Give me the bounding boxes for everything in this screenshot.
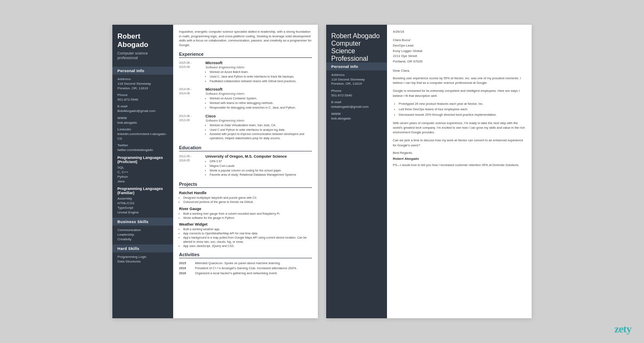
skill-communication: Communication bbox=[117, 228, 168, 232]
skill-leadership: Leadership bbox=[117, 233, 168, 236]
project-1-bullet-2: Outsourced portions of the game to frien… bbox=[183, 200, 312, 204]
job-2-role: Software Engineering Intern bbox=[205, 92, 312, 96]
skill-unreal: Unreal Engine bbox=[117, 210, 168, 214]
cover-www-value: bob.abogado bbox=[331, 117, 382, 121]
hard-skills-heading: Hard Skills bbox=[112, 244, 173, 252]
edu-1-content: University of Oregon, M.S. Computer Scie… bbox=[205, 154, 312, 177]
skill-typescript: TypeScript bbox=[117, 206, 168, 210]
address-value: 118 Second StonewayPoneton, OR, 11619 bbox=[117, 82, 168, 91]
activity-3-text: Organized a local hacker's gathering and… bbox=[195, 271, 278, 275]
job-3-bullet-1: Worked on Data Virtualization team, San … bbox=[210, 123, 312, 127]
phone-label: Phone bbox=[117, 93, 168, 97]
cover-address-value: 118 Second StonewayPoneton, OR, 11619 bbox=[331, 78, 382, 86]
job-2-content: Microsoft Software Engineering Intern Wo… bbox=[205, 87, 312, 110]
edu-1-school: University of Oregon, M.S. Computer Scie… bbox=[205, 154, 312, 159]
project-2-bullet-1: Built a working river gauge from a culve… bbox=[183, 212, 312, 216]
project-3-bullets: Built a working weather app. App connect… bbox=[179, 227, 312, 248]
cover-main: 4/29/18 Clara Bucur DevOps Lead Kosy Log… bbox=[387, 25, 532, 318]
job-2-company: Microsoft bbox=[205, 87, 312, 91]
job-3-company: Cisco bbox=[205, 114, 312, 118]
project-3-bullet-3: App's background is a map pulled from Go… bbox=[183, 236, 312, 244]
project-2-name: River Gauge bbox=[179, 207, 312, 211]
twitter-value: twitter.com/bobabogado bbox=[117, 148, 168, 152]
edu-1-bullet-2: Magna Cum Laude bbox=[210, 164, 312, 168]
cover-personal-info-heading: Personal Info bbox=[326, 62, 387, 70]
job-1-bullet-3: Facilitated collaboration between teams … bbox=[210, 79, 312, 83]
cover-bullets: Prototyped 26 new product features each … bbox=[393, 101, 526, 117]
skill-java: Java bbox=[117, 179, 168, 183]
resume-sidebar: Robert Abogado Computer science professi… bbox=[112, 25, 173, 318]
cover-para-3: With seven years of computer science exp… bbox=[393, 121, 526, 135]
job-2-dates: 2014-06 -2014-09 bbox=[179, 87, 202, 110]
edu-1-dates: 2012-09 -2016-05 bbox=[179, 154, 202, 177]
edu-1-bullet-3: Wrote a popular column on coding for the… bbox=[210, 169, 312, 173]
project-1-name: Ratchet Handle bbox=[179, 191, 312, 195]
job-3-bullet-2: Used C and Python to write interfaces to… bbox=[210, 128, 312, 132]
job-3-bullets: Worked on Data Virtualization team, San … bbox=[205, 123, 312, 140]
job-entry-1: 2015-06 -2015-09 Microsoft Software Engi… bbox=[179, 61, 312, 83]
edu-entry-1: 2012-09 -2016-05 University of Oregon, M… bbox=[179, 154, 312, 177]
email-value: BobAbogado@gmail.com bbox=[117, 109, 168, 113]
cover-para-4: Can we pick a time to discuss how my wor… bbox=[393, 138, 526, 148]
page-wrapper: Robert Abogado Computer science professi… bbox=[0, 12, 644, 331]
job-1-company: Microsoft bbox=[205, 61, 312, 65]
cover-salutation: Dear Clara, bbox=[393, 69, 526, 73]
project-1-bullet-1: Designed multiplayer labyrinth and puzzl… bbox=[183, 196, 312, 200]
cover-recipient: Clara Bucur DevOps Lead Kosy Logger Glob… bbox=[393, 38, 526, 65]
job-2-bullets: Worked on Azure Container System. Worked… bbox=[205, 96, 312, 109]
cover-sidebar: Robert Abogado Computer Science Professi… bbox=[326, 25, 387, 318]
activity-3: 2016 Organized a local hacker's gatherin… bbox=[179, 271, 312, 275]
job-1-dates: 2015-06 -2015-09 bbox=[179, 61, 202, 83]
job-1-content: Microsoft Software Engineering Intern Wo… bbox=[205, 61, 312, 83]
prog-familiar-label: Programming Languages (Familiar) bbox=[117, 187, 168, 195]
skill-creativity: Creativity bbox=[117, 237, 168, 241]
cover-letter-document: Robert Abogado Computer Science Professi… bbox=[326, 25, 532, 318]
activity-1-text: Attended Quackcon. Spoke on panel about … bbox=[195, 261, 280, 265]
edu-1-bullet-1: GPA 3.97 bbox=[210, 159, 312, 164]
project-2-bullet-2: Wrote software for the gauge in Python. bbox=[183, 216, 312, 220]
project-3-bullet-2: App connects to OpenWeatherMap API for r… bbox=[183, 231, 312, 236]
twitter-label: Twitter bbox=[117, 143, 168, 147]
address-label: Address bbox=[117, 77, 168, 81]
cover-email-value: bobabogado@gmail.com bbox=[331, 105, 382, 109]
zety-logo: zety bbox=[614, 323, 631, 335]
skill-c-cpp: C, C++ bbox=[117, 170, 168, 174]
cover-ps: PS—I would love to tell you how I increa… bbox=[393, 163, 526, 168]
skill-python: Python bbox=[117, 175, 168, 179]
personal-info-heading: Personal Info bbox=[112, 67, 173, 75]
cover-para-2: Google is renowned for its extremely com… bbox=[393, 88, 526, 98]
skill-sql: SQL bbox=[117, 166, 168, 169]
resume-title: Computer science professional bbox=[117, 51, 168, 61]
cover-date: 4/29/18 bbox=[393, 30, 526, 34]
activities-heading: Activities bbox=[179, 252, 312, 258]
job-3-dates: 2013-06 -2013-09 bbox=[179, 114, 202, 141]
job-1-role: Software Engineering Intern bbox=[205, 65, 312, 69]
activity-2-text: President of C++'s Arcangel's Gaming Clu… bbox=[195, 266, 297, 270]
cover-para-1: Boosting user experience scores by 55% a… bbox=[393, 76, 526, 86]
job-1-bullet-1: Worked on Azure Batch team. bbox=[210, 70, 312, 74]
resume-main: Inquisitive, energetic computer science … bbox=[173, 25, 318, 318]
job-2-bullet-3: Responsible for debugging code branches … bbox=[210, 106, 312, 110]
skill-assembly: Assembly bbox=[117, 197, 168, 200]
www-label: WWW bbox=[117, 116, 168, 120]
skill-prog-logic: Programming Logic bbox=[117, 255, 168, 259]
job-1-bullets: Worked on Azure Batch team. Used C, Java… bbox=[205, 70, 312, 83]
job-entry-3: 2013-06 -2013-09 Cisco Software Engineer… bbox=[179, 114, 312, 141]
business-skills-heading: Business Skills bbox=[112, 218, 173, 226]
cover-name: Robert Abogado bbox=[331, 32, 382, 40]
experience-heading: Experience bbox=[179, 52, 312, 58]
job-3-content: Cisco Software Engineering Intern Worked… bbox=[205, 114, 312, 141]
resume-summary: Inquisitive, energetic computer science … bbox=[179, 30, 312, 47]
cover-www-label: WWW bbox=[331, 112, 382, 116]
www-value: bob.abogado bbox=[117, 121, 168, 125]
edu-1-bullets: GPA 3.97 Magna Cum Laude Wrote a popular… bbox=[205, 159, 312, 177]
phone-value: 501-872-5940 bbox=[117, 98, 168, 102]
linkedin-value: linkedin.com/in/robert-t-abogado-CS bbox=[117, 132, 168, 141]
job-2-bullet-2: Worked with teams to refine debugging me… bbox=[210, 101, 312, 105]
job-entry-2: 2014-06 -2014-09 Microsoft Software Engi… bbox=[179, 87, 312, 110]
cover-title: Computer Science Professional bbox=[331, 40, 382, 62]
education-heading: Education bbox=[179, 145, 312, 151]
job-1-bullet-2: Used C, Java and Python to write interfa… bbox=[210, 75, 312, 79]
cover-bullet-1: Prototyped 26 new product features each … bbox=[399, 101, 526, 106]
linkedin-label: Linkedin bbox=[117, 127, 168, 131]
